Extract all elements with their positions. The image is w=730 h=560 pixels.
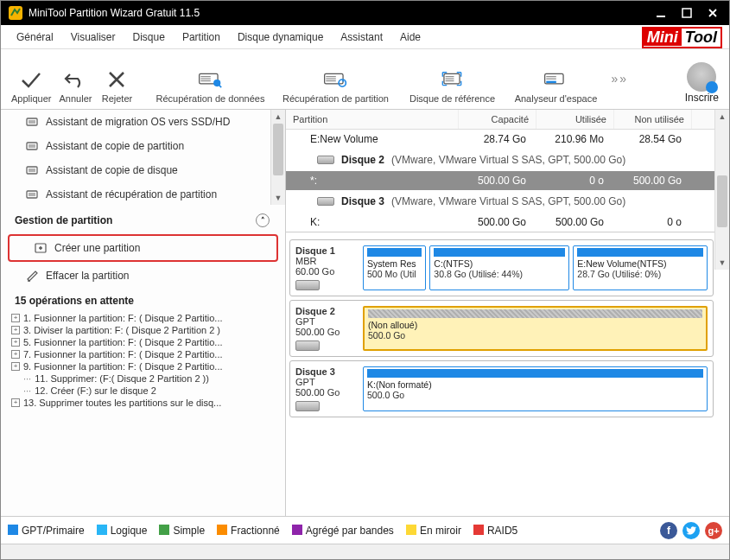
subscribe-button[interactable]: Inscrire (682, 62, 722, 104)
pending-op[interactable]: ···11. Supprimer: (F:( Disque 2 Partitio… (8, 372, 282, 385)
disk-card[interactable]: Disque 3GPT500.00 GoK:(Non formaté)500.0… (289, 360, 714, 417)
table-disk-header[interactable]: Disque 2 (VMware, VMware Virtual S SAS, … (286, 149, 714, 171)
expand-tree-icon[interactable]: + (11, 338, 20, 347)
partition-block[interactable]: C:(NTFS)30.8 Go (Utilisé: 44%) (429, 245, 569, 290)
close-button[interactable] (700, 4, 726, 22)
col-capacity[interactable]: Capacité (459, 110, 536, 129)
expand-tree-icon[interactable]: + (11, 350, 20, 359)
menu-visualiser[interactable]: Visualiser (62, 28, 124, 47)
disk-scheme: GPT (295, 316, 358, 327)
apply-button[interactable]: Appliquer (8, 52, 54, 104)
legend-label: Fractionné (231, 525, 280, 537)
avatar-icon (687, 62, 716, 92)
pending-op[interactable]: +9. Fusionner la partition: F: ( Disque … (8, 360, 282, 372)
partition-table: Partition Capacité Utilisée Non utilisée… (286, 110, 729, 232)
wizards-scrollbar[interactable]: ▲ ▼ (270, 110, 285, 205)
menu-assistant[interactable]: Assistant (332, 28, 391, 47)
expand-tree-icon[interactable]: + (11, 326, 20, 334)
pending-op[interactable]: +5. Fusionner la partition: F: ( Disque … (8, 336, 282, 348)
sidebar-item-mgmt-1[interactable]: Effacer la partition (1, 264, 285, 288)
scroll-up-arrow-icon[interactable]: ▲ (271, 110, 285, 124)
disk-card[interactable]: Disque 2GPT500.00 Go(Non alloué)500.0 Go (289, 300, 714, 357)
expand-tree-icon[interactable]: + (11, 398, 20, 407)
expand-tree-icon[interactable]: + (11, 362, 20, 371)
col-used[interactable]: Utilisée (536, 110, 614, 129)
legend-swatch (159, 525, 169, 535)
legend-swatch (292, 525, 302, 535)
svg-rect-27 (27, 167, 37, 174)
twitter-icon[interactable] (682, 522, 700, 539)
menu-disque[interactable]: Disque (124, 28, 174, 47)
partition-detail: 500 Mo (Util (367, 269, 422, 279)
legend-swatch (97, 525, 107, 535)
scrollbar-thumb[interactable] (273, 124, 283, 175)
table-scrollbar[interactable]: ▲ ▼ (714, 110, 729, 270)
partition-bar (367, 248, 422, 257)
facebook-icon[interactable]: f (660, 522, 677, 539)
data-recovery-button[interactable]: Récupération de données (149, 52, 270, 104)
pending-op[interactable]: +13. Supprimer toutes les partitions sur… (8, 397, 282, 409)
titlebar: MiniTool Partition Wizard Gratuit 11.5 (1, 1, 729, 25)
scrollbar-thumb[interactable] (717, 175, 727, 227)
pending-op[interactable]: +3. Diviser la partition: F: ( Disque 2 … (8, 324, 282, 336)
copy-disk-icon (25, 163, 39, 177)
sidebar-item-wizard-3[interactable]: Assistant de récupération de partition (1, 182, 285, 207)
sidebar-item-wizard-0[interactable]: Assistant de migration OS vers SSD/HD (1, 110, 285, 134)
menu-disque-dynamique[interactable]: Disque dynamique (229, 28, 332, 47)
cell-free: 28.54 Go (614, 133, 692, 145)
pending-op[interactable]: ···12. Créer (F:) sur le disque 2 (8, 385, 282, 397)
minimize-button[interactable] (648, 4, 674, 22)
legend-item: Logique (97, 525, 148, 537)
menu-aide[interactable]: Aide (391, 28, 429, 47)
scroll-down-arrow-icon[interactable]: ▼ (271, 191, 285, 205)
device-refresh-icon (323, 67, 347, 92)
partition-block[interactable]: System Res500 Mo (Util (363, 245, 426, 290)
pending-op-label: 9. Fusionner la partition: F: ( Disque 2… (23, 361, 223, 372)
partition-detail: 500.0 Go (367, 390, 703, 400)
table-row[interactable]: E:New Volume28.74 Go210.96 Mo28.54 Go (286, 130, 714, 149)
partition-recovery-button[interactable]: Récupération de partition (270, 52, 400, 104)
toolbar-overflow-button[interactable]: »» (607, 72, 632, 86)
legend-label: Simple (173, 525, 205, 537)
main-panel: Partition Capacité Utilisée Non utilisée… (286, 110, 729, 516)
legend-item: Fractionné (217, 525, 280, 537)
scroll-up-arrow-icon[interactable]: ▲ (715, 110, 729, 124)
discard-button[interactable]: Rejeter (96, 52, 137, 104)
menubar: GénéralVisualiserDisquePartitionDisque d… (1, 25, 729, 49)
legend-bar: GPT/PrimaireLogiqueSimpleFractionnéAgrég… (1, 516, 729, 544)
sidebar-item-wizard-1[interactable]: Assistant de copie de partition (1, 134, 285, 158)
table-disk-header[interactable]: Disque 3 (VMware, VMware Virtual S SAS, … (286, 190, 714, 213)
create-partition-icon (34, 241, 48, 255)
undo-button[interactable]: Annuler (54, 52, 96, 104)
device-progress-icon (543, 67, 568, 92)
sidebar-item-mgmt-0[interactable]: Créer une partition (8, 234, 278, 262)
googleplus-icon[interactable]: g+ (705, 522, 722, 539)
pending-op[interactable]: +7. Fusionner la partition: F: ( Disque … (8, 348, 282, 360)
maximize-button[interactable] (674, 4, 700, 22)
benchmark-button[interactable]: Disque de référence (400, 52, 504, 104)
partition-block[interactable]: K:(Non formaté)500.0 Go (363, 366, 708, 411)
collapse-section-icon[interactable]: ˄ (256, 213, 270, 227)
legend-item: RAID5 (473, 525, 517, 537)
table-row[interactable]: *:500.00 Go0 o500.00 Go (286, 171, 714, 190)
col-partition[interactable]: Partition (286, 110, 459, 129)
sidebar-item-wizard-2[interactable]: Assistant de copie de disque (1, 158, 285, 182)
disk-icon (317, 156, 334, 164)
partition-block[interactable]: E:New Volume(NTFS)28.7 Go (Utilisé: 0%) (573, 245, 708, 290)
pending-op-label: 1. Fusionner la partition: F: ( Disque 2… (23, 313, 223, 323)
legend-label: En miroir (420, 525, 461, 537)
scroll-down-arrow-icon[interactable]: ▼ (715, 256, 729, 270)
partition-block[interactable]: (Non alloué)500.0 Go (363, 306, 708, 351)
pending-op[interactable]: +1. Fusionner la partition: F: ( Disque … (8, 312, 282, 324)
disk-scheme: GPT (295, 377, 358, 387)
partition-bar (577, 248, 703, 257)
toolbar: Appliquer Annuler Rejeter Récupération d… (1, 49, 729, 110)
menu-partition[interactable]: Partition (174, 28, 229, 47)
expand-tree-icon[interactable]: + (11, 314, 20, 322)
legend-swatch (473, 525, 484, 535)
menu-général[interactable]: Général (8, 28, 62, 47)
table-row[interactable]: K:500.00 Go500.00 Go0 o (286, 213, 714, 232)
disk-card[interactable]: Disque 1MBR60.00 GoSystem Res500 Mo (Uti… (289, 239, 714, 296)
col-free[interactable]: Non utilisée (614, 110, 692, 129)
space-analyzer-button[interactable]: Analyseur d'espace (504, 52, 607, 104)
